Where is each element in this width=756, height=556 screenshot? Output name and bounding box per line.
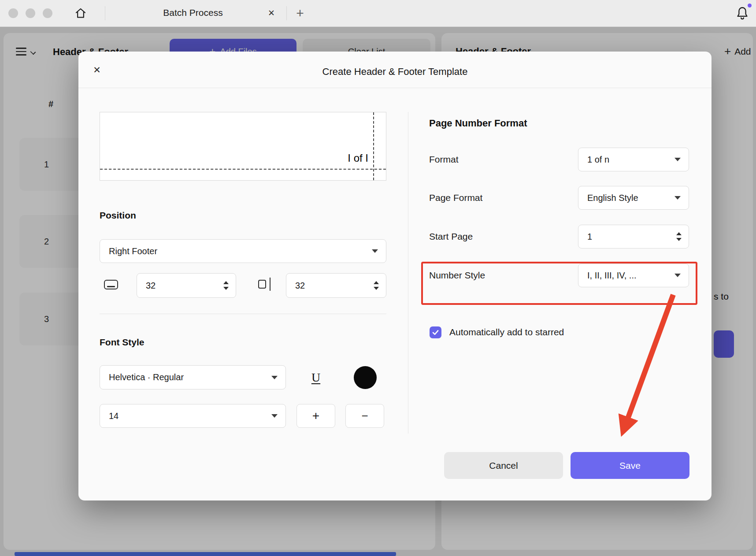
dialog-close-icon[interactable]: ✕: [91, 64, 103, 76]
position-value: Right Footer: [109, 246, 157, 256]
font-color-swatch[interactable]: [354, 366, 377, 389]
cancel-button[interactable]: Cancel: [444, 452, 563, 479]
chevron-down-icon: [271, 376, 278, 379]
chevron-down-icon: [674, 196, 681, 200]
number-style-value: I, II, III, IV, ...: [587, 271, 637, 281]
auto-add-starred-checkbox[interactable]: [430, 326, 441, 338]
position-select[interactable]: Right Footer: [100, 239, 386, 263]
home-icon[interactable]: [74, 7, 87, 20]
window-zoom-button[interactable]: [43, 8, 52, 18]
footer-guide-line: [100, 169, 386, 170]
window-minimize-button[interactable]: [26, 8, 35, 18]
right-margin-icon: [257, 276, 275, 292]
auto-add-starred-label: Automatically add to starred: [449, 327, 564, 337]
font-size-select[interactable]: 14: [100, 404, 286, 428]
page-number-format-heading: Page Number Format: [429, 118, 527, 129]
notifications-bell-icon[interactable]: [735, 6, 750, 21]
font-size-value: 14: [109, 411, 119, 421]
format-value: 1 of n: [587, 155, 609, 165]
tab-separator: [286, 6, 287, 20]
title-bar: Batch Process ✕ +: [0, 0, 756, 27]
tab-batch-process[interactable]: Batch Process: [163, 7, 222, 18]
chevron-down-icon: [674, 274, 681, 277]
stepper-arrows[interactable]: [676, 232, 682, 241]
position-heading: Position: [100, 210, 136, 221]
font-family-value: Helvetica · Regular: [109, 372, 184, 382]
number-style-select[interactable]: I, II, III, IV, ...: [578, 263, 689, 287]
font-style-heading: Font Style: [100, 337, 145, 348]
right-margin-guide-line: [373, 112, 374, 180]
save-button[interactable]: Save: [571, 452, 689, 479]
number-style-label: Number Style: [429, 270, 485, 281]
page-format-value: English Style: [587, 193, 638, 203]
section-divider: [100, 314, 386, 314]
window-close-button[interactable]: [8, 8, 18, 18]
new-tab-button[interactable]: +: [293, 5, 307, 22]
format-label: Format: [429, 154, 459, 165]
right-margin-value: 32: [295, 281, 305, 291]
app-window: Batch Process ✕ + Header & Footer + Add …: [0, 0, 756, 556]
dialog-header: Create Header & Footer Template ✕: [78, 52, 712, 88]
increase-size-button[interactable]: +: [296, 404, 335, 428]
tab-close-icon[interactable]: ✕: [266, 7, 277, 19]
column-divider: [408, 112, 408, 434]
chevron-down-icon: [372, 249, 378, 253]
chevron-down-icon: [674, 158, 681, 161]
dialog-title: Create Header & Footer Template: [78, 52, 712, 88]
bottom-margin-icon: [103, 278, 119, 292]
bottom-margin-value: 32: [146, 281, 156, 291]
start-page-value: 1: [587, 232, 592, 242]
chevron-down-icon: [271, 414, 278, 418]
page-format-select[interactable]: English Style: [578, 186, 689, 210]
notification-badge-dot: [748, 4, 752, 7]
stepper-arrows[interactable]: [223, 281, 229, 290]
format-select[interactable]: 1 of n: [578, 148, 689, 171]
right-margin-stepper[interactable]: 32: [286, 273, 386, 298]
stepper-arrows[interactable]: [374, 281, 379, 290]
create-header-footer-dialog: Create Header & Footer Template ✕ I of I…: [78, 52, 712, 500]
preview-page-number: I of I: [348, 152, 368, 164]
start-page-label: Start Page: [429, 231, 473, 242]
decrease-size-button[interactable]: −: [345, 404, 384, 428]
tab-separator: [105, 6, 105, 20]
page-preview: I of I: [100, 112, 386, 181]
bottom-margin-stepper[interactable]: 32: [137, 273, 236, 298]
underline-button[interactable]: U: [304, 365, 328, 389]
page-format-label: Page Format: [429, 193, 482, 203]
start-page-stepper[interactable]: 1: [578, 225, 689, 248]
font-family-select[interactable]: Helvetica · Regular: [100, 365, 286, 389]
